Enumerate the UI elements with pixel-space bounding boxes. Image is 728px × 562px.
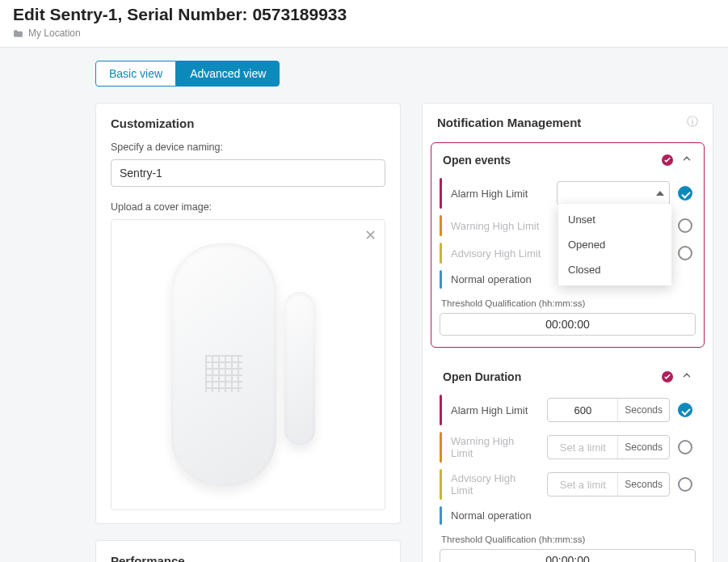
open-duration-warning-toggle[interactable] bbox=[678, 440, 692, 454]
section-open-events-title: Open events bbox=[443, 154, 511, 167]
open-duration-alarm-row: Alarm High Limit Seconds bbox=[440, 391, 696, 429]
open-duration-alarm-input[interactable] bbox=[548, 404, 617, 416]
open-events-alarm-label: Alarm High Limit bbox=[451, 188, 549, 200]
open-duration-warning-label: Warning High Limit bbox=[451, 435, 539, 459]
close-icon[interactable]: ✕ bbox=[364, 226, 377, 244]
page-header: Edit Sentry-1, Serial Number: 0573189933… bbox=[0, 0, 728, 48]
open-duration-normal-row: Normal operation bbox=[440, 503, 696, 528]
breadcrumb[interactable]: My Location bbox=[13, 27, 715, 39]
open-duration-alarm-input-wrap: Seconds bbox=[547, 398, 670, 422]
open-duration-advisory-toggle[interactable] bbox=[678, 477, 692, 492]
customization-title: Customization bbox=[111, 116, 385, 130]
dropdown-option-closed[interactable]: Closed bbox=[558, 257, 671, 282]
open-duration-limits: Alarm High Limit Seconds Warning High Li… bbox=[440, 391, 696, 528]
tab-advanced-view[interactable]: Advanced view bbox=[176, 61, 280, 87]
view-tabs: Basic view Advanced view bbox=[95, 61, 280, 87]
open-duration-advisory-label: Advisory High Limit bbox=[451, 472, 539, 497]
tab-basic-view[interactable]: Basic view bbox=[95, 61, 176, 87]
open-events-alarm-dropdown-menu: Unset Opened Closed bbox=[558, 204, 671, 285]
page-title: Edit Sentry-1, Serial Number: 0573189933 bbox=[13, 5, 715, 24]
open-duration-warning-input-wrap: Seconds bbox=[547, 435, 670, 459]
cover-image-label: Upload a cover image: bbox=[111, 201, 385, 213]
open-duration-warning-input[interactable] bbox=[548, 442, 617, 454]
open-events-tq-input[interactable] bbox=[440, 313, 696, 336]
unit-label: Seconds bbox=[617, 399, 669, 421]
open-duration-warning-row: Warning High Limit Seconds bbox=[440, 429, 696, 466]
open-duration-tq-label: Threshold Qualification (hh:mm:ss) bbox=[441, 535, 694, 544]
device-illustration bbox=[163, 235, 333, 494]
info-icon[interactable]: ⓘ bbox=[687, 115, 698, 129]
section-open-duration-title: Open Duration bbox=[443, 370, 521, 383]
chevron-up-icon[interactable] bbox=[681, 370, 692, 383]
folder-icon bbox=[13, 29, 23, 38]
open-events-tq-label: Threshold Qualification (hh:mm:ss) bbox=[441, 298, 694, 308]
unit-label: Seconds bbox=[617, 473, 669, 496]
performance-title: Performance bbox=[111, 554, 385, 562]
section-open-duration: Open Duration Alarm High Limit bbox=[431, 359, 705, 562]
open-duration-alarm-label: Alarm High Limit bbox=[451, 404, 539, 416]
unit-label: Seconds bbox=[617, 436, 669, 458]
open-duration-advisory-input-wrap: Seconds bbox=[547, 472, 670, 497]
open-duration-advisory-row: Advisory High Limit Seconds bbox=[440, 466, 696, 503]
cover-image-box[interactable]: ✕ bbox=[111, 219, 385, 510]
dropdown-option-unset[interactable]: Unset bbox=[558, 207, 671, 232]
chevron-up-icon[interactable] bbox=[681, 153, 692, 167]
caret-up-icon bbox=[656, 191, 664, 196]
dropdown-option-opened[interactable]: Opened bbox=[558, 232, 671, 257]
device-naming-label: Specify a device naming: bbox=[111, 142, 385, 153]
open-duration-normal-label: Normal operation bbox=[451, 509, 692, 522]
open-duration-alarm-toggle[interactable] bbox=[678, 403, 692, 417]
breadcrumb-label: My Location bbox=[28, 27, 81, 39]
open-events-limits: Alarm High Limit Unset Opened Closed bbox=[440, 175, 696, 292]
section-open-events: Open events Alarm High Limit bbox=[431, 142, 705, 348]
open-events-advisory-toggle[interactable] bbox=[678, 246, 692, 260]
device-naming-input[interactable] bbox=[111, 159, 385, 187]
customization-card: Customization Specify a device naming: U… bbox=[95, 103, 401, 524]
open-duration-advisory-input[interactable] bbox=[548, 479, 617, 491]
status-badge-icon bbox=[662, 371, 673, 382]
open-events-warning-toggle[interactable] bbox=[678, 218, 692, 233]
open-events-warning-label: Warning High Limit bbox=[451, 220, 549, 232]
notification-card: Notification Management ⓘ Open events bbox=[422, 103, 713, 562]
performance-card: Performance bbox=[95, 540, 401, 562]
notification-title: Notification Management bbox=[437, 116, 581, 129]
status-badge-icon bbox=[662, 154, 673, 166]
open-events-advisory-label: Advisory High Limit bbox=[451, 247, 549, 260]
open-events-alarm-dropdown[interactable] bbox=[557, 181, 670, 205]
open-events-alarm-toggle[interactable] bbox=[678, 186, 692, 201]
open-duration-tq-input[interactable] bbox=[440, 549, 696, 562]
